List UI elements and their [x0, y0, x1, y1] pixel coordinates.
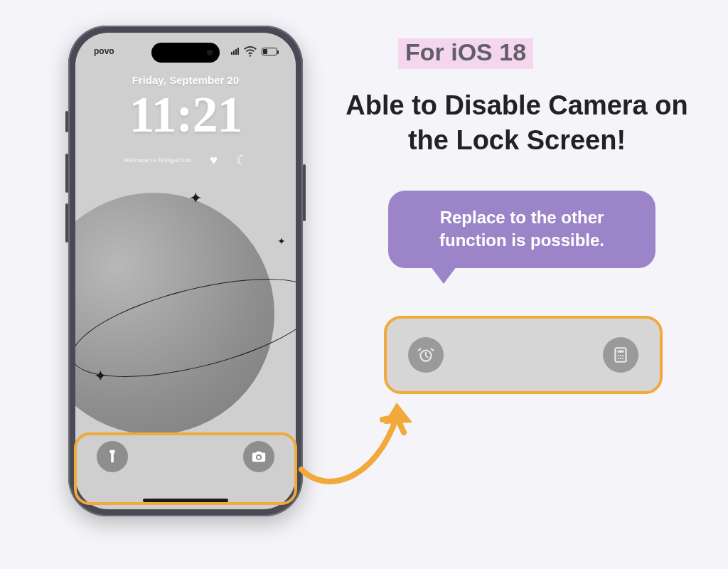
- svg-point-6: [622, 355, 623, 356]
- curved-arrow-icon: [297, 395, 418, 495]
- lock-screen-widgets: Welcome to WidgetClub ♥ ☾: [75, 152, 296, 168]
- sparkle-icon: ✦: [189, 189, 202, 208]
- flashlight-icon: [105, 449, 120, 464]
- flashlight-button[interactable]: [97, 441, 128, 472]
- signal-icon: [231, 48, 239, 55]
- arrow-annotation: [297, 395, 418, 495]
- heart-icon: ♥: [210, 153, 218, 168]
- moon-icon: ☾: [236, 152, 247, 168]
- calculator-icon: [611, 346, 630, 364]
- svg-point-8: [620, 358, 621, 359]
- phone-volume-up: [65, 154, 68, 193]
- phone-side-button: [65, 111, 68, 132]
- lock-screen-time: 11:21: [75, 85, 296, 144]
- svg-marker-10: [384, 403, 412, 424]
- dynamic-island: [151, 43, 220, 63]
- lock-screen-date: Friday, September 20: [75, 74, 296, 86]
- version-tag: For iOS 18: [398, 38, 533, 69]
- sparkle-icon: ✦: [277, 235, 286, 247]
- camera-button[interactable]: [243, 441, 274, 472]
- svg-rect-3: [618, 351, 624, 353]
- wifi-icon: [242, 43, 258, 59]
- sparkle-icon: ✦: [94, 367, 107, 385]
- callout-bubble: Replace to the other function is possibl…: [388, 191, 655, 268]
- iphone-mockup: ✦ ✦ ✦ povo Friday, September 20 11:21 We…: [68, 26, 303, 516]
- svg-point-5: [620, 355, 621, 356]
- alarm-button[interactable]: [408, 337, 444, 373]
- battery-icon: [262, 48, 277, 55]
- headline-text: Able to Disable Camera on the Lock Scree…: [332, 88, 702, 157]
- svg-point-7: [618, 358, 619, 359]
- phone-screen: ✦ ✦ ✦ povo Friday, September 20 11:21 We…: [75, 33, 296, 509]
- svg-point-9: [622, 358, 623, 359]
- home-indicator: [143, 499, 228, 502]
- callout-text: Replace to the other function is possibl…: [439, 208, 604, 250]
- widget-text: Welcome to WidgetClub: [124, 156, 191, 164]
- calculator-button[interactable]: [603, 337, 638, 373]
- status-icons: [231, 43, 277, 59]
- phone-power-button: [303, 164, 306, 221]
- alarm-clock-icon: [417, 346, 435, 364]
- carrier-label: povo: [94, 46, 114, 56]
- phone-volume-down: [65, 203, 68, 243]
- svg-point-4: [618, 355, 619, 356]
- camera-icon: [251, 449, 267, 464]
- replacement-buttons-card: [384, 316, 663, 394]
- svg-point-0: [250, 55, 251, 56]
